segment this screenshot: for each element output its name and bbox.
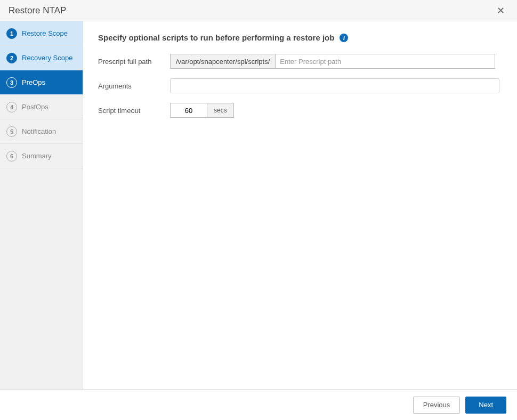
step-recovery-scope[interactable]: 2 Recovery Scope — [0, 46, 83, 70]
previous-button[interactable]: Previous — [413, 397, 461, 414]
titlebar: Restore NTAP ✕ — [0, 0, 517, 21]
prescript-path-group: /var/opt/snapcenter/spl/scripts/ — [170, 54, 495, 69]
prescript-label: Prescript full path — [98, 58, 170, 66]
step-notification[interactable]: 5 Notification — [0, 119, 83, 144]
dialog-body: 1 Restore Scope 2 Recovery Scope 3 PreOp… — [0, 21, 517, 389]
info-icon[interactable]: i — [340, 34, 348, 42]
wizard-sidebar: 1 Restore Scope 2 Recovery Scope 3 PreOp… — [0, 21, 83, 389]
timeout-label: Script timeout — [98, 107, 170, 115]
step-label: PreOps — [22, 78, 45, 86]
step-number: 2 — [6, 53, 17, 63]
prescript-row: Prescript full path /var/opt/snapcenter/… — [98, 54, 502, 69]
dialog-title: Restore NTAP — [9, 5, 492, 16]
close-button[interactable]: ✕ — [492, 3, 508, 19]
step-preops[interactable]: 3 PreOps — [0, 70, 83, 95]
step-number: 6 — [6, 151, 17, 161]
step-number: 4 — [6, 102, 17, 112]
step-number: 3 — [6, 77, 17, 88]
prescript-path-input[interactable] — [276, 54, 495, 68]
step-restore-scope[interactable]: 1 Restore Scope — [0, 21, 83, 46]
step-label: Restore Scope — [22, 29, 68, 37]
heading-row: Specify optional scripts to run before p… — [98, 33, 502, 42]
page-heading: Specify optional scripts to run before p… — [98, 33, 334, 42]
step-summary[interactable]: 6 Summary — [0, 144, 83, 168]
step-label: Summary — [22, 152, 52, 160]
main-panel: Specify optional scripts to run before p… — [83, 21, 517, 389]
next-button[interactable]: Next — [465, 397, 506, 414]
arguments-input[interactable] — [170, 78, 499, 93]
step-postops[interactable]: 4 PostOps — [0, 95, 83, 119]
prescript-path-prefix: /var/opt/snapcenter/spl/scripts/ — [171, 54, 276, 68]
step-label: Notification — [22, 127, 56, 135]
timeout-unit: secs — [207, 103, 234, 118]
restore-dialog: Restore NTAP ✕ 1 Restore Scope 2 Recover… — [0, 0, 517, 420]
timeout-row: Script timeout secs — [98, 103, 502, 118]
step-number: 5 — [6, 126, 17, 137]
arguments-label: Arguments — [98, 82, 170, 90]
timeout-group: secs — [170, 103, 234, 118]
dialog-footer: Previous Next — [0, 389, 517, 420]
arguments-row: Arguments — [98, 78, 502, 93]
close-icon: ✕ — [497, 5, 505, 17]
timeout-input[interactable] — [170, 103, 207, 118]
step-label: Recovery Scope — [22, 54, 72, 62]
step-label: PostOps — [22, 103, 49, 111]
step-number: 1 — [6, 28, 17, 39]
